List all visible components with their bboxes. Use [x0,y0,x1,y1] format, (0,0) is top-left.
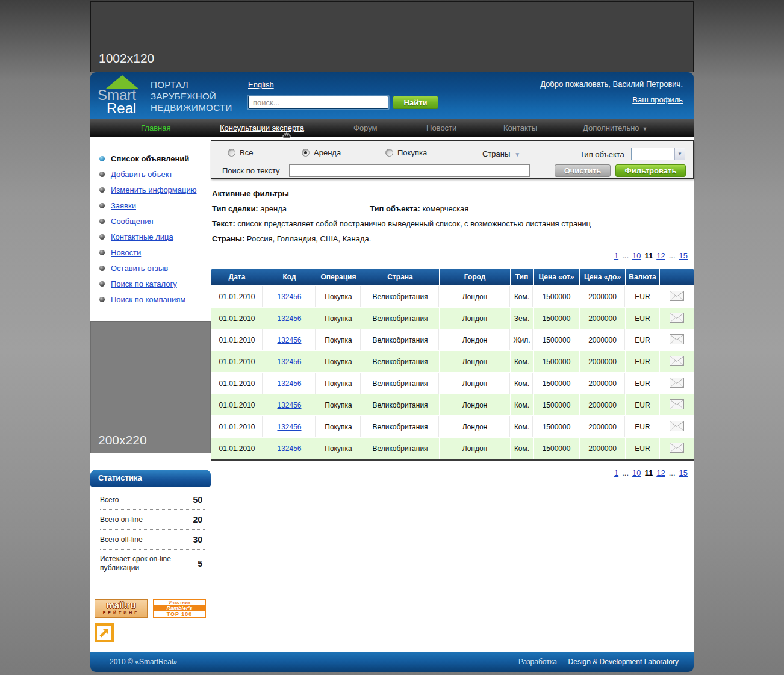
cell-code: 132456 [263,308,316,329]
listing-code-link[interactable]: 132456 [277,358,301,366]
sidebar-menu-item[interactable]: Изменить информацию [90,182,211,198]
developer-link[interactable]: Design & Development Laboratory [568,658,679,666]
listing-code-link[interactable]: 132456 [277,401,301,409]
sidebar-menu-label[interactable]: Поиск по компаниям [111,295,185,304]
cell: 01.01.2010 [211,351,263,372]
stat-value: 5 [198,559,202,568]
sidebar-menu-label[interactable]: Оставить отзыв [111,264,168,273]
page-link[interactable]: 15 [679,251,688,260]
envelope-icon[interactable] [670,291,684,301]
nav-item-6[interactable]: Дополнительно▼ [583,123,648,132]
listing-code-link[interactable]: 132456 [277,379,301,388]
radio-2[interactable]: Аренда [302,148,341,157]
cell: 2000000 [580,373,625,394]
listing-code-link[interactable]: 132456 [277,444,301,453]
listing-code-link[interactable]: 132456 [277,314,301,323]
header-search-button[interactable]: Найти [393,96,438,109]
rambler-top100-badge[interactable]: Участник Rambler's TOP 100 [153,599,206,618]
page-link[interactable]: 12 [656,251,665,260]
page-link[interactable]: 1 [614,468,618,477]
profile-link[interactable]: Ваш профиль [632,95,683,104]
sidebar-menu-label[interactable]: Заявки [111,201,136,210]
envelope-icon[interactable] [670,421,684,431]
cell: Покупка [316,286,361,307]
sidebar-menu-item[interactable]: Добавить объект [90,166,211,182]
table-row: 01.01.2010132456ПокупкаВеликобританияЛон… [211,329,694,350]
sidebar-menu-item[interactable]: Сообщения [90,213,211,229]
sidebar-menu-item[interactable]: Поиск по каталогу [90,276,211,291]
counter-arrow-badge[interactable] [95,623,114,642]
page-ellipsis: ... [622,251,629,260]
envelope-icon[interactable] [670,334,684,344]
envelope-icon[interactable] [670,356,684,366]
listing-code-link[interactable]: 132456 [277,336,301,344]
sidebar-menu-label[interactable]: Сообщения [111,217,154,226]
nav-item-5[interactable]: Контакты [503,123,537,132]
sidebar-menu-item[interactable]: Поиск по компаниям [90,291,211,307]
sidebar-menu-item[interactable]: Заявки [90,198,211,213]
cell: EUR [626,373,659,394]
page-current: 11 [644,251,653,260]
cell: Покупка [316,351,361,372]
active-filter-countries: Страны: Россия, Голландия, США, Канада. [212,234,694,243]
sidebar-menu-label[interactable]: Поиск по каталогу [111,279,177,288]
nav-item-2[interactable]: Консультации эксперта [220,123,304,132]
sidebar-menu-label[interactable]: Новости [111,248,141,257]
sidebar-menu-item[interactable]: Оставить отзыв [90,260,211,276]
page-link[interactable]: 15 [679,468,688,477]
copyright-text: 2010 © «SmartReal» [110,658,177,666]
counter-badges: mail.ru РЕЙТИНГ Участник Rambler's TOP 1… [90,599,211,618]
cell: Лондон [440,351,510,372]
cell: 01.01.2010 [211,416,263,437]
cell: Покупка [316,416,361,437]
portal-title-line1: ПОРТАЛ [151,79,232,90]
stat-row: Всего on-line20 [100,510,205,530]
envelope-icon[interactable] [670,378,684,388]
page-link[interactable]: 10 [632,251,641,260]
envelope-icon[interactable] [670,313,684,323]
cell: Покупка [316,438,361,459]
language-link[interactable]: English [248,80,274,89]
cell: Лондон [440,416,510,437]
countries-dropdown[interactable]: Страны▼ [482,149,520,158]
radio-circle-icon[interactable] [302,149,310,157]
cell: 01.01.2010 [211,438,263,459]
envelope-icon[interactable] [670,443,684,453]
sidebar-menu-item[interactable]: Новости [90,244,211,260]
listing-code-link[interactable]: 132456 [277,423,301,431]
nav-item-1[interactable]: Главная [141,123,170,132]
nav-item-4[interactable]: Новости [426,123,456,132]
stat-label: Всего [100,496,119,505]
radio-circle-icon[interactable] [228,149,235,157]
sidebar-menu-item[interactable]: Контактные лица [90,229,211,244]
bullet-icon [99,266,105,271]
cell: Покупка [316,308,361,329]
header-search-input[interactable] [248,96,388,109]
clear-button[interactable]: Очистить [555,164,611,177]
cell: 1500000 [534,308,579,329]
radio-1[interactable]: Все [228,148,253,157]
filter-button[interactable]: Фильтровать [615,164,686,177]
sidebar-menu-label[interactable]: Список объявлений [111,154,189,163]
cell: Ком. [511,373,533,394]
page-link[interactable]: 1 [614,251,618,260]
cell: EUR [626,286,659,307]
listing-code-link[interactable]: 132456 [277,293,301,301]
pagination-bottom: 1...101112...15 [211,468,688,477]
stat-value: 30 [193,535,202,544]
sidebar-menu-label[interactable]: Контактные лица [111,232,173,241]
bullet-icon [99,187,105,193]
sidebar-menu-label[interactable]: Добавить объект [111,170,172,179]
text-search-input[interactable] [289,164,530,177]
sidebar-menu-label[interactable]: Изменить информацию [111,185,196,194]
page-link[interactable]: 10 [632,468,641,477]
select-arrow-icon[interactable]: ▼ [674,148,685,160]
nav-item-3[interactable]: Форум [353,123,378,132]
mailru-rating-badge[interactable]: mail.ru РЕЙТИНГ [95,599,148,618]
radio-circle-icon[interactable] [385,149,393,157]
envelope-icon[interactable] [670,399,684,409]
radio-3[interactable]: Покупка [385,148,427,157]
sidebar-menu-item[interactable]: Список объявлений [90,151,211,166]
object-type-select[interactable]: ▼ [631,148,685,160]
page-link[interactable]: 12 [656,468,665,477]
